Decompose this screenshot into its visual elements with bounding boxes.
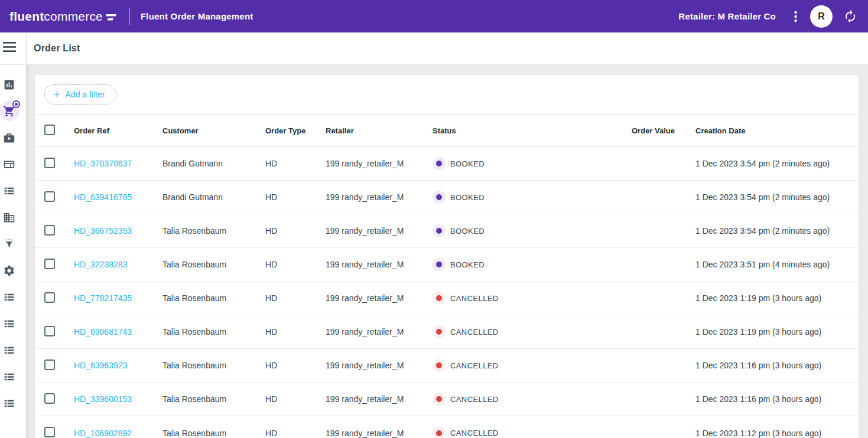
status-dot-halo — [433, 393, 446, 406]
order-type-cell: HD — [265, 429, 326, 438]
funnel-icon — [3, 238, 15, 250]
row-checkbox[interactable] — [44, 326, 55, 336]
sidebar-item-custom-list-3[interactable] — [0, 337, 26, 364]
order-ref-link[interactable]: HD_32238283 — [74, 260, 127, 269]
row-checkbox[interactable] — [44, 158, 55, 168]
creation-date-cell: 1 Dec 2023 3:54 pm (2 minutes ago) — [695, 226, 849, 236]
table-row: HD_63963923Talia RosenbaumHD199 randy_re… — [35, 349, 859, 383]
order-ref-link[interactable]: HD_366752353 — [74, 226, 132, 236]
sidebar-item-custom-list-5[interactable] — [0, 390, 26, 417]
row-checkbox[interactable] — [44, 259, 55, 269]
row-checkbox[interactable] — [44, 225, 55, 236]
retailer-context-label[interactable]: Retailer: M Retailer Co — [678, 11, 776, 21]
creation-date-cell: 1 Dec 2023 3:54 pm (2 minutes ago) — [695, 159, 849, 168]
column-header-order-value[interactable]: Order Value — [632, 126, 695, 135]
row-checkbox-cell — [44, 326, 74, 338]
order-list-card: + Add a filter Order Ref Customer Order … — [35, 75, 859, 438]
sidebar-item-list-view[interactable] — [0, 178, 26, 204]
status-dot-halo — [433, 224, 446, 237]
sidebar-icon-list — [0, 65, 26, 417]
status-dot-icon — [436, 228, 442, 234]
left-sidebar — [0, 32, 27, 438]
customer-cell: Talia Rosenbaum — [162, 327, 265, 336]
status-cell: BOOKED — [433, 191, 632, 204]
table-body: HD_370370637Brandi GutmannHD199 randy_re… — [35, 147, 859, 438]
column-header-creation-date[interactable]: Creation Date — [695, 126, 849, 135]
kebab-menu-icon[interactable] — [790, 9, 801, 24]
sidebar-item-custom-list-4[interactable] — [0, 364, 26, 390]
status-dot-icon — [436, 430, 442, 436]
sidebar-item-analytics[interactable] — [0, 71, 26, 98]
status-dot-halo — [433, 359, 446, 372]
status-dot-icon — [436, 362, 442, 368]
order-type-cell: HD — [265, 192, 326, 202]
row-checkbox[interactable] — [44, 191, 55, 202]
status-dot-icon — [436, 262, 442, 267]
add-filter-button[interactable]: + Add a filter — [44, 84, 116, 104]
customer-cell: Brandi Gutmann — [162, 159, 265, 168]
user-avatar[interactable]: R — [810, 5, 833, 28]
sidebar-item-custom-list-2[interactable] — [0, 310, 26, 337]
status-cell: BOOKED — [433, 258, 632, 271]
row-checkbox[interactable] — [44, 427, 55, 437]
column-header-customer[interactable]: Customer — [162, 126, 265, 135]
brand-logo[interactable]: fluent commerce — [9, 9, 116, 24]
column-header-retailer[interactable]: Retailer — [326, 126, 433, 135]
sidebar-item-settings[interactable] — [0, 257, 26, 284]
status-badge: CANCELLED — [450, 294, 499, 303]
filter-bar: + Add a filter — [35, 75, 859, 114]
building-icon — [3, 211, 15, 224]
sidebar-item-orders[interactable] — [0, 98, 26, 125]
customer-cell: Talia Rosenbaum — [162, 293, 265, 303]
page-title: Order List — [34, 43, 80, 54]
card-icon — [3, 158, 15, 171]
status-badge: CANCELLED — [450, 395, 499, 404]
order-ref-link[interactable]: HD_339600153 — [74, 394, 132, 404]
sidebar-item-insights[interactable] — [0, 231, 26, 257]
order-ref-link[interactable]: HD_778217435 — [74, 293, 132, 303]
table-row: HD_370370637Brandi GutmannHD199 randy_re… — [35, 147, 859, 181]
sidebar-item-billing[interactable] — [0, 151, 26, 178]
list-icon — [3, 318, 15, 330]
status-dot-halo — [433, 325, 446, 338]
order-ref-cell: HD_63963923 — [74, 361, 162, 370]
bar-chart-icon — [3, 79, 15, 91]
add-filter-label: Add a filter — [66, 90, 105, 99]
table-row: HD_639416785Brandi GutmannHD199 randy_re… — [35, 181, 859, 214]
sidebar-item-fulfilment[interactable] — [0, 125, 26, 151]
creation-date-cell: 1 Dec 2023 3:54 pm (2 minutes ago) — [695, 192, 849, 202]
refresh-icon[interactable] — [843, 9, 859, 24]
creation-date-cell: 1 Dec 2023 1:19 pm (3 hours ago) — [695, 327, 849, 336]
column-header-order-type[interactable]: Order Type — [265, 126, 326, 135]
order-ref-link[interactable]: HD_690681743 — [74, 327, 132, 336]
creation-date-cell: 1 Dec 2023 3:51 pm (4 minutes ago) — [695, 260, 849, 269]
order-ref-cell: HD_366752353 — [74, 226, 162, 236]
table-header-row: Order Ref Customer Order Type Retailer S… — [35, 114, 859, 147]
order-ref-cell: HD_339600153 — [74, 394, 162, 404]
row-checkbox[interactable] — [44, 359, 55, 370]
status-badge: BOOKED — [450, 227, 485, 236]
status-badge: CANCELLED — [450, 429, 499, 437]
column-header-status[interactable]: Status — [433, 126, 632, 135]
creation-date-cell: 1 Dec 2023 1:16 pm (3 hours ago) — [695, 361, 849, 370]
order-ref-cell: HD_690681743 — [74, 327, 162, 336]
hamburger-menu-icon[interactable] — [3, 42, 16, 55]
customer-cell: Talia Rosenbaum — [162, 361, 265, 370]
retailer-cell: 199 randy_retailer_M — [326, 159, 433, 168]
status-cell: CANCELLED — [433, 393, 632, 406]
row-checkbox-cell — [44, 158, 74, 170]
order-ref-link[interactable]: HD_63963923 — [74, 361, 127, 370]
creation-date-cell: 1 Dec 2023 1:19 pm (3 hours ago) — [695, 293, 849, 303]
order-ref-link[interactable]: HD_639416785 — [74, 192, 132, 202]
app-title: Fluent Order Management — [141, 11, 253, 21]
status-cell: CANCELLED — [433, 427, 632, 438]
order-ref-link[interactable]: HD_106902892 — [74, 429, 132, 438]
order-ref-link[interactable]: HD_370370637 — [74, 159, 132, 168]
column-header-order-ref[interactable]: Order Ref — [74, 126, 162, 135]
row-checkbox[interactable] — [44, 393, 55, 404]
sidebar-item-locations[interactable] — [0, 204, 26, 231]
select-all-checkbox[interactable] — [44, 125, 55, 135]
row-checkbox[interactable] — [44, 292, 55, 303]
avatar-letter: R — [818, 11, 825, 22]
sidebar-item-custom-list-1[interactable] — [0, 284, 26, 310]
